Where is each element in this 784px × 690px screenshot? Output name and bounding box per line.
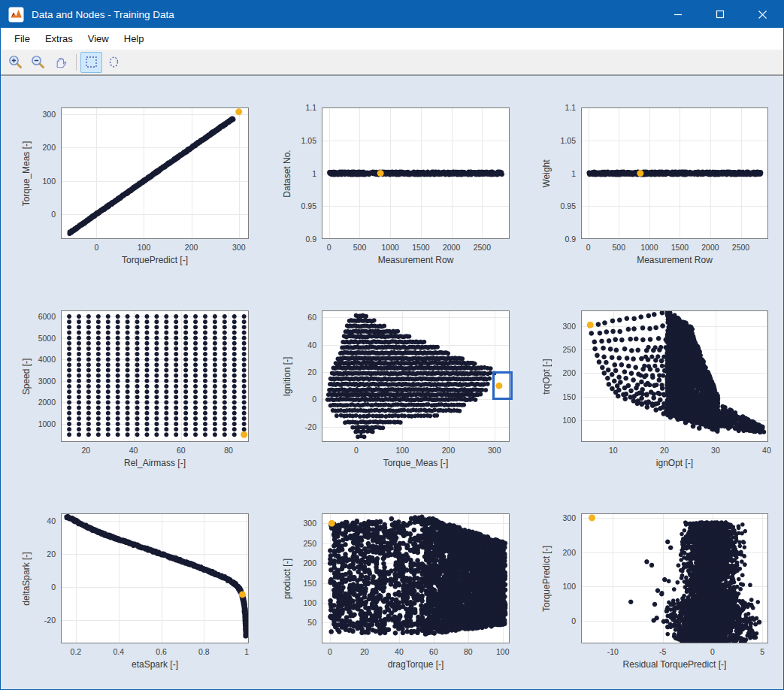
- x-axis-label: etaSpark [-]: [61, 659, 249, 670]
- scatter-canvas[interactable]: [581, 107, 768, 239]
- menu-help[interactable]: Help: [117, 30, 152, 47]
- scatter-canvas[interactable]: [322, 310, 510, 442]
- subplot-torquepredict-vs-residual[interactable]: TorquePredict [-] Residual TorquePredict…: [581, 513, 768, 643]
- x-tick-label: 0: [328, 647, 332, 656]
- y-tick-label: 3000: [38, 377, 56, 386]
- subplot-deltaspark-vs-etaspark[interactable]: deltaSpark [-] etaSpark [-] 0.20.40.60.8…: [61, 513, 249, 643]
- menu-bar: File Extras View Help: [1, 28, 783, 50]
- menu-file[interactable]: File: [7, 30, 38, 47]
- ellipse-select-icon: [107, 55, 121, 69]
- y-tick-label: 0: [312, 395, 316, 404]
- x-tick-label: 5: [760, 647, 764, 656]
- subplot-ignition-vs-torquemeas[interactable]: Ignition [-] Torque_Meas [-] 0100200300-…: [322, 310, 510, 442]
- figure-canvas-area: Torque_Meas [-] TorquePredict [-] 010020…: [1, 76, 783, 689]
- y-tick-label: 150: [303, 579, 316, 588]
- x-tick-label: 1500: [671, 243, 689, 252]
- subplot-datasetno-vs-measurementrow[interactable]: Dataset No. Measurement Row 050010001500…: [322, 107, 510, 239]
- subplot-weight-vs-measurementrow[interactable]: Weight Measurement Row 05001000150020002…: [581, 107, 768, 239]
- subplot-speed-vs-relairmass[interactable]: Speed [-] Rel_Airmass [-] 20406080100020…: [61, 310, 249, 442]
- y-tick-label: -20: [44, 616, 56, 625]
- x-tick-label: 0: [354, 446, 359, 455]
- zoom-in-icon: [8, 55, 23, 69]
- x-tick-label: 80: [224, 446, 233, 455]
- y-tick-label: 1: [571, 169, 576, 178]
- y-tick-label: 1: [312, 169, 316, 178]
- y-tick-label: 0: [51, 210, 56, 219]
- x-tick-label: 0: [710, 647, 715, 656]
- pan-button[interactable]: [50, 52, 71, 73]
- subplot-trqopt-vs-ignopt[interactable]: trqOpt [-] ignOpt [-] 102030401001502002…: [581, 310, 768, 442]
- scatter-canvas[interactable]: [322, 513, 510, 643]
- y-tick-label: 0.95: [561, 201, 576, 210]
- x-axis-label: Measurement Row: [581, 255, 768, 265]
- window-titlebar[interactable]: Data and Nodes - Training Data: [1, 1, 783, 28]
- x-tick-label: 1500: [412, 243, 429, 252]
- y-tick-label: 300: [562, 513, 576, 522]
- y-tick-label: 0: [51, 583, 56, 592]
- x-tick-label: 1: [244, 647, 249, 656]
- x-tick-label: 40: [395, 647, 404, 656]
- x-tick-label: 1000: [382, 243, 399, 252]
- x-tick-label: 500: [613, 243, 626, 252]
- y-tick-label: 40: [307, 340, 316, 350]
- y-tick-label: 4000: [38, 355, 56, 364]
- x-tick-label: 2500: [732, 243, 749, 252]
- ellipse-select-button[interactable]: [103, 52, 125, 73]
- y-tick-label: 1.1: [565, 103, 576, 112]
- selection-rectangle[interactable]: [492, 371, 513, 400]
- x-tick-label: 20: [660, 446, 669, 455]
- scatter-canvas[interactable]: [581, 310, 768, 442]
- menu-view[interactable]: View: [80, 30, 117, 47]
- close-button[interactable]: [741, 1, 783, 28]
- scatter-canvas[interactable]: [322, 107, 510, 239]
- x-tick-label: 2000: [701, 243, 719, 252]
- y-tick-label: 200: [42, 143, 56, 152]
- y-tick-label: 0.9: [565, 235, 576, 244]
- y-tick-label: 1.05: [561, 136, 576, 145]
- x-tick-label: 1000: [640, 243, 658, 252]
- x-tick-label: 200: [442, 446, 456, 455]
- subplot-product-vs-dragtorque[interactable]: product [-] dragTorque [-] 0204060801005…: [322, 513, 510, 643]
- y-tick-label: 0: [571, 616, 576, 625]
- x-tick-label: 30: [711, 446, 720, 455]
- zoom-out-icon: [31, 55, 45, 69]
- y-tick-label: 300: [42, 110, 56, 119]
- maximize-button[interactable]: [699, 1, 741, 28]
- x-tick-label: -10: [607, 647, 619, 656]
- x-tick-label: 200: [185, 243, 198, 252]
- minimize-button[interactable]: [657, 1, 699, 28]
- scatter-canvas[interactable]: [61, 107, 249, 239]
- x-axis-label: ignOpt [-]: [581, 458, 768, 468]
- rect-select-button[interactable]: [80, 52, 102, 73]
- x-tick-label: 0: [586, 243, 591, 252]
- y-tick-label: 100: [42, 177, 56, 186]
- window-title: Data and Nodes - Training Data: [32, 9, 657, 20]
- y-tick-label: 250: [562, 345, 576, 354]
- x-tick-label: 0.8: [198, 647, 210, 656]
- x-axis-label: dragTorque [-]: [322, 659, 510, 670]
- subplot-torquemeas-vs-torquepredict[interactable]: Torque_Meas [-] TorquePredict [-] 010020…: [61, 107, 249, 239]
- x-tick-label: 0.6: [156, 647, 167, 656]
- toolbar: [1, 50, 783, 76]
- scatter-canvas[interactable]: [581, 513, 768, 643]
- x-tick-label: 100: [138, 243, 151, 252]
- menu-extras[interactable]: Extras: [38, 30, 80, 47]
- y-tick-label: 300: [303, 519, 316, 528]
- x-tick-label: 2000: [443, 243, 460, 252]
- minimize-icon: [674, 10, 683, 19]
- zoom-out-button[interactable]: [27, 52, 49, 73]
- x-tick-label: 20: [360, 647, 369, 656]
- y-tick-label: 2000: [38, 398, 56, 407]
- scatter-canvas[interactable]: [61, 310, 249, 442]
- y-tick-label: 250: [303, 539, 316, 548]
- zoom-in-button[interactable]: [5, 52, 26, 73]
- y-tick-label: 20: [307, 368, 316, 377]
- y-tick-label: -20: [305, 422, 316, 431]
- y-tick-label: 1000: [38, 419, 56, 428]
- window-controls: [657, 1, 783, 28]
- x-tick-label: 100: [496, 647, 510, 656]
- scatter-canvas[interactable]: [61, 513, 249, 643]
- x-tick-label: 0.2: [71, 647, 82, 656]
- x-tick-label: 40: [762, 446, 771, 455]
- matlab-icon: [8, 7, 24, 23]
